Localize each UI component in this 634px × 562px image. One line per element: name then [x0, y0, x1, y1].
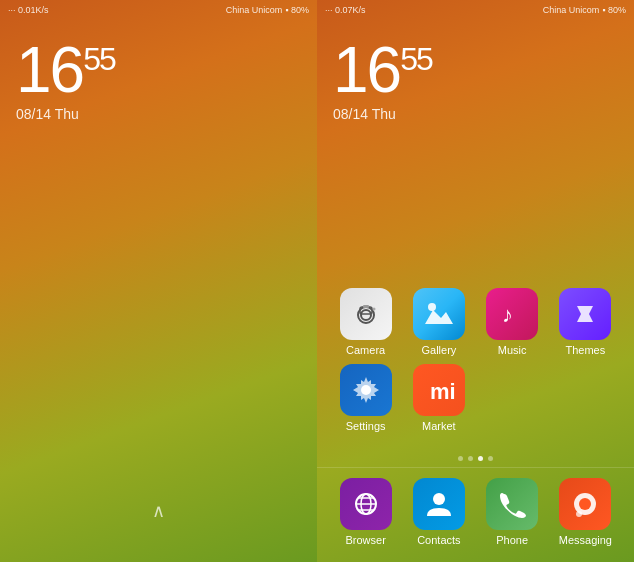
right-date: 08/14 Thu: [333, 106, 618, 122]
battery-icon: ▪ 80%: [285, 5, 309, 15]
left-carrier-info: China Unicom ▪ 80%: [226, 5, 309, 15]
settings-label: Settings: [346, 420, 386, 432]
svg-text:♪: ♪: [502, 302, 513, 327]
left-speed: ··· 0.01K/s: [8, 5, 49, 15]
left-status-bar: ··· 0.01K/s China Unicom ▪ 80%: [0, 0, 317, 20]
phone-icon: [486, 478, 538, 530]
gallery-label: Gallery: [421, 344, 456, 356]
app-browser[interactable]: Browser: [333, 478, 398, 546]
swipe-up-indicator: ∧: [152, 500, 165, 522]
dot-4: [488, 456, 493, 461]
svg-point-4: [372, 308, 375, 311]
right-status-bar: ··· 0.07K/s China Unicom ▪ 80%: [317, 0, 634, 20]
contacts-label: Contacts: [417, 534, 460, 546]
app-themes[interactable]: Themes: [553, 288, 618, 356]
svg-point-18: [576, 511, 582, 517]
bottom-dock: Browser Contacts Phone: [317, 467, 634, 562]
dot-3: [478, 456, 483, 461]
right-time-display: 1655 08/14 Thu: [317, 20, 634, 126]
browser-icon: [340, 478, 392, 530]
camera-icon: [340, 288, 392, 340]
svg-point-15: [433, 493, 445, 505]
market-label: Market: [422, 420, 456, 432]
svg-marker-5: [425, 310, 453, 324]
right-time: 1655: [333, 38, 618, 102]
music-icon: ♪: [486, 288, 538, 340]
svg-point-17: [579, 498, 591, 510]
app-messaging[interactable]: Messaging: [553, 478, 618, 546]
messaging-icon: [559, 478, 611, 530]
svg-point-6: [428, 303, 436, 311]
market-icon: mi: [413, 364, 465, 416]
svg-rect-3: [363, 305, 369, 308]
right-phone: ··· 0.07K/s China Unicom ▪ 80% 1655 08/1…: [317, 0, 634, 562]
contacts-icon: [413, 478, 465, 530]
app-contacts[interactable]: Contacts: [406, 478, 471, 546]
dot-2: [468, 456, 473, 461]
themes-icon: [559, 288, 611, 340]
themes-label: Themes: [566, 344, 606, 356]
left-time: 1655: [16, 38, 301, 102]
messaging-label: Messaging: [559, 534, 612, 546]
right-speed: ··· 0.07K/s: [325, 5, 366, 15]
right-battery-icon: ▪ 80%: [602, 5, 626, 15]
settings-icon: [340, 364, 392, 416]
left-time-display: 1655 08/14 Thu: [0, 20, 317, 126]
dot-1: [458, 456, 463, 461]
left-phone: ··· 0.01K/s China Unicom ▪ 80% 1655 08/1…: [0, 0, 317, 562]
music-label: Music: [498, 344, 527, 356]
app-camera[interactable]: Camera: [333, 288, 398, 356]
left-date: 08/14 Thu: [16, 106, 301, 122]
app-market[interactable]: mi Market: [406, 364, 471, 432]
app-gallery[interactable]: Gallery: [406, 288, 471, 356]
page-dots: [317, 450, 634, 467]
app-grid: Camera Gallery ♪ Music: [317, 278, 634, 442]
app-music[interactable]: ♪ Music: [480, 288, 545, 356]
camera-label: Camera: [346, 344, 385, 356]
phone-label: Phone: [496, 534, 528, 546]
app-settings[interactable]: Settings: [333, 364, 398, 432]
app-phone[interactable]: Phone: [480, 478, 545, 546]
svg-point-1: [361, 310, 371, 320]
svg-text:mi: mi: [430, 379, 456, 404]
gallery-icon: [413, 288, 465, 340]
right-carrier-info: China Unicom ▪ 80%: [543, 5, 626, 15]
browser-label: Browser: [345, 534, 385, 546]
